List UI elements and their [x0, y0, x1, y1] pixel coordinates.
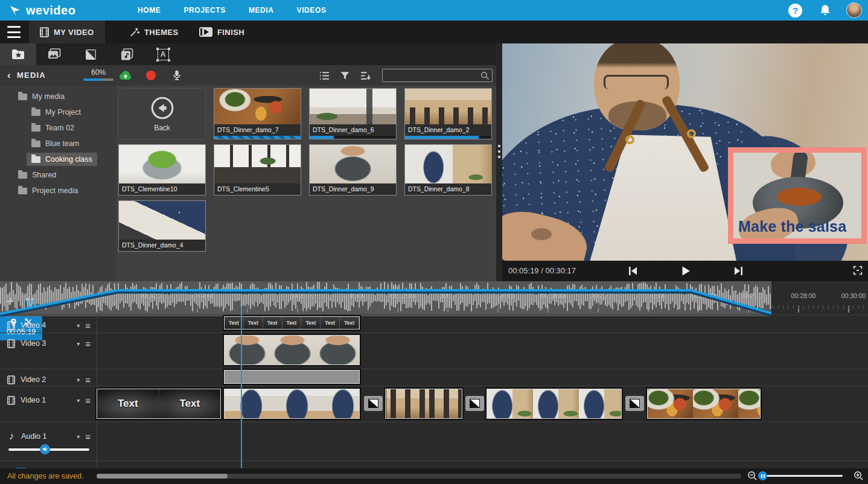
sort-button[interactable] — [360, 70, 371, 81]
transition-clip[interactable] — [465, 396, 484, 411]
track-menu-icon[interactable]: ≡ — [85, 375, 91, 385]
tab-stock-media[interactable] — [36, 43, 72, 65]
tab-transitions[interactable] — [72, 43, 109, 65]
tab-text-tool[interactable]: A — [145, 43, 181, 65]
tab-audio-library[interactable] — [109, 43, 145, 65]
media-clip-tile[interactable]: DTS_Dinner_damo_8 — [404, 144, 492, 196]
nav-videos[interactable]: VIDEOS — [297, 6, 327, 14]
microphone-icon — [171, 69, 183, 82]
back-chevron-icon[interactable]: ‹ — [7, 69, 11, 81]
caption-text[interactable]: Make the salsa — [738, 218, 846, 235]
film-icon — [7, 339, 15, 348]
clip-name: DTS_Dinner_damo_2 — [405, 124, 491, 136]
track-header-video-1[interactable]: Video 1 ▾ ≡ — [0, 392, 97, 408]
tab-my-media[interactable] — [0, 43, 36, 65]
timeline-clip-text-video1[interactable]: Text Text — [97, 389, 221, 419]
scrollbar-thumb[interactable] — [97, 474, 228, 479]
timeline-zoom-slider[interactable] — [762, 475, 843, 477]
help-button[interactable]: ? — [788, 4, 802, 18]
track-header-video-3[interactable]: Video 3 ▾ ≡ — [0, 336, 97, 351]
list-view-button[interactable] — [319, 70, 330, 81]
user-avatar[interactable] — [846, 2, 862, 18]
folder-project-media[interactable]: Project media — [0, 183, 116, 199]
tab-my-video[interactable]: MY VIDEO — [29, 21, 105, 43]
nav-media[interactable]: MEDIA — [249, 6, 274, 14]
track-label: Video 2 — [21, 375, 71, 384]
film-icon — [40, 27, 49, 37]
filter-button[interactable] — [339, 70, 351, 81]
track-options-caret[interactable]: ▾ — [77, 397, 80, 404]
notifications-button[interactable] — [819, 4, 832, 17]
folder-team-02[interactable]: Team 02 — [0, 120, 116, 136]
back-button-tile[interactable]: Back — [118, 88, 206, 139]
track-menu-icon[interactable]: ≡ — [85, 320, 91, 331]
storage-usage-indicator[interactable]: 60% — [83, 68, 113, 81]
track-menu-icon[interactable]: ≡ — [85, 339, 91, 349]
folder-cooking-class-selected[interactable]: Cooking class — [0, 151, 116, 167]
media-clip-tile[interactable]: DTS_Dinner_damo_2 — [404, 88, 492, 139]
tab-themes[interactable]: THEMES — [118, 21, 190, 43]
play-button[interactable] — [680, 265, 692, 277]
track-options-caret[interactable]: ▾ — [77, 322, 80, 329]
timeline-zoom-in-button[interactable] — [854, 471, 864, 481]
timeline-clip-video1-c[interactable] — [487, 389, 622, 419]
picture-in-picture-overlay[interactable]: Make the salsa — [728, 147, 867, 244]
track-options-caret[interactable]: ▾ — [77, 433, 80, 440]
upload-button[interactable] — [118, 69, 133, 82]
video-preview[interactable]: Make the salsa — [502, 43, 868, 261]
media-clip-tile[interactable]: DTS_Clementine10 — [118, 144, 206, 196]
folder-shared[interactable]: Shared — [0, 167, 116, 183]
tab-finish[interactable]: FINISH — [188, 21, 255, 43]
track-header-video-4[interactable]: Video 4 ▾ ≡ — [0, 317, 97, 333]
media-clip-tile[interactable]: DTS_Dinner_damo_6 — [309, 88, 397, 139]
track-menu-icon[interactable]: ≡ — [85, 431, 91, 442]
media-clip-tile[interactable]: DTS_Dinner_damo_7 — [214, 88, 301, 139]
media-clip-tile[interactable]: DTS_Dinner_damo_9 — [309, 144, 397, 196]
timeline-clip-video2[interactable] — [224, 370, 360, 384]
clip-name: DTS_Dinner_damo_6 — [310, 124, 396, 136]
folder-my-media[interactable]: My media — [0, 89, 116, 104]
search-input[interactable] — [382, 69, 493, 82]
folder-blue-team[interactable]: Blue team — [0, 136, 116, 151]
media-clip-tile[interactable]: DTS_Clementine5 — [214, 144, 301, 196]
timeline-clip-audio[interactable] — [0, 281, 771, 316]
timeline-horizontal-scrollbar[interactable] — [97, 474, 741, 479]
preview-fullscreen-button[interactable] — [852, 265, 864, 277]
track-menu-icon[interactable]: ≡ — [85, 395, 91, 406]
skip-to-start-button[interactable] — [627, 265, 639, 277]
timeline-clip-video1-b[interactable] — [385, 389, 462, 419]
skip-to-end-button[interactable] — [733, 265, 745, 277]
zoom-slider-thumb[interactable] — [758, 471, 767, 480]
bell-icon — [819, 4, 832, 17]
playhead-line[interactable] — [241, 307, 242, 468]
track-header-video-2[interactable]: Video 2 ▾ ≡ — [0, 372, 97, 387]
nav-home[interactable]: HOME — [138, 6, 161, 14]
track-header-audio-1[interactable]: ♪ Audio 1 ▾ ≡ — [0, 428, 97, 444]
timeline-clip-video1-d[interactable] — [647, 389, 761, 419]
clip-thumbnail — [405, 89, 491, 124]
menu-hamburger-button[interactable] — [7, 26, 21, 38]
clip-thumbnail — [405, 145, 491, 183]
wevideo-logo-icon — [8, 4, 22, 17]
record-webcam-button[interactable] — [146, 71, 156, 80]
nav-projects[interactable]: PROJECTS — [183, 6, 225, 14]
folder-my-project[interactable]: My Project — [0, 104, 116, 120]
panel-resize-handle[interactable] — [496, 43, 502, 281]
timeline-zoom-out-button[interactable] — [747, 471, 758, 481]
track-options-caret[interactable]: ▾ — [77, 340, 80, 347]
timeline-clip-video3[interactable] — [224, 335, 360, 365]
transition-clip[interactable] — [625, 396, 644, 411]
wevideo-logo[interactable]: wevideo — [8, 2, 75, 18]
timeline-clip-text-track4[interactable]: Text Text Text Text Text Text Text — [224, 316, 360, 330]
timeline-clip-video1-a[interactable] — [224, 389, 360, 419]
magic-wand-icon — [129, 27, 139, 37]
film-icon — [7, 396, 15, 405]
back-label: Back — [154, 124, 170, 132]
transition-clip[interactable] — [364, 396, 383, 411]
clip-name: DTS_Clementine10 — [119, 183, 205, 195]
record-voice-button[interactable] — [171, 69, 183, 82]
track-options-caret[interactable]: ▾ — [77, 377, 80, 383]
volume-slider-thumb[interactable] — [40, 444, 50, 454]
media-clip-tile[interactable]: DTS_Dinner_damo_4 — [118, 200, 206, 252]
volume-envelope-line[interactable] — [0, 281, 771, 316]
